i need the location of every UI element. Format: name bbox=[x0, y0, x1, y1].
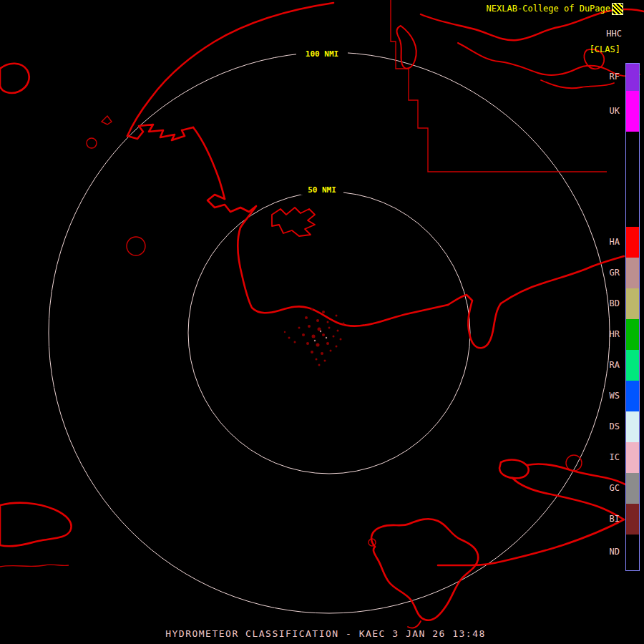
legend-segment-bi bbox=[626, 504, 639, 535]
legend-label-gc: GC bbox=[610, 482, 620, 494]
product-title: HYDROMETEOR CLASSIFICATION - KAEC 3 JAN … bbox=[165, 628, 486, 639]
legend-segment-uk bbox=[626, 91, 639, 132]
legend-label-ds: DS bbox=[610, 421, 620, 432]
legend-segment-bd bbox=[626, 288, 639, 319]
range-ring-100nmi bbox=[49, 52, 610, 613]
ring-label-50nmi-text: 50 NMI bbox=[308, 185, 336, 195]
legend-segment-gr bbox=[626, 258, 639, 288]
ring-label-100nmi: 100 NMI bbox=[296, 48, 348, 59]
range-ring-50nmi bbox=[188, 192, 470, 474]
legend-segment-ds bbox=[626, 411, 639, 442]
legend-segment-gc bbox=[626, 473, 639, 504]
legend-segment-hr bbox=[626, 319, 639, 350]
legend-segment-nd bbox=[626, 535, 639, 570]
legend-label-bd: BD bbox=[610, 298, 620, 309]
ring-label-100nmi-text: 100 NMI bbox=[306, 49, 338, 59]
legend-segment-ha bbox=[626, 227, 639, 258]
legend-segment-ws bbox=[626, 381, 639, 411]
legend-label-ic: IC bbox=[610, 452, 620, 463]
legend-label-ha: HA bbox=[610, 236, 620, 248]
legend-label-uk: UK bbox=[610, 105, 620, 117]
legend-label-nd: ND bbox=[610, 546, 620, 557]
legend-label-gr: GR bbox=[610, 267, 620, 278]
legend-label-bi: BI bbox=[610, 513, 620, 525]
radar-map-canvas: 100 NMI 50 NMI bbox=[0, 0, 644, 644]
legend-segment-ra bbox=[626, 350, 639, 381]
legend-bar bbox=[625, 63, 640, 571]
coastline-paths bbox=[0, 3, 644, 628]
legend-label-ws: WS bbox=[610, 390, 620, 401]
legend-label-rf: RF bbox=[610, 71, 620, 82]
legend-segment-gap bbox=[626, 132, 639, 227]
legend-label-hr: HR bbox=[610, 328, 620, 340]
legend-segment-rf bbox=[626, 64, 639, 91]
radar-echoes bbox=[284, 308, 345, 366]
legend-labels: RFUKHAGRBDHRRAWSDSICGCBIND bbox=[591, 0, 620, 644]
ring-label-50nmi: 50 NMI bbox=[301, 184, 343, 195]
legend-segment-ic bbox=[626, 442, 639, 473]
legend-label-ra: RA bbox=[610, 359, 620, 371]
